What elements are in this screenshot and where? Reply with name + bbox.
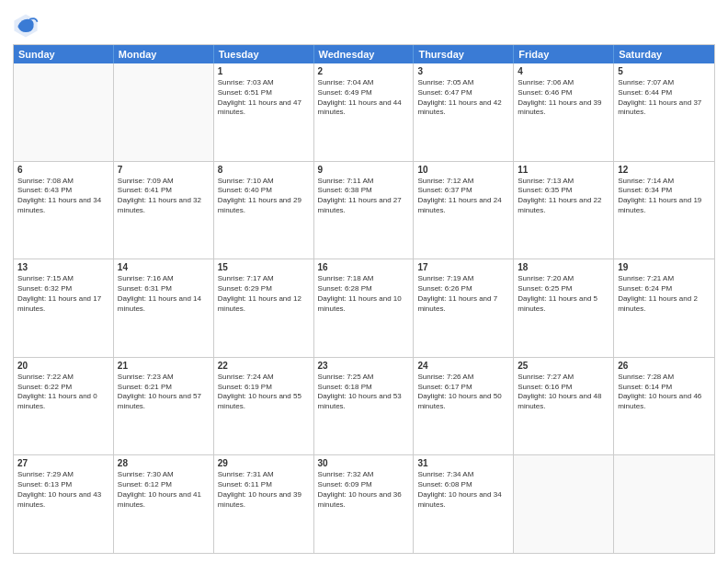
day-number: 21 <box>118 361 210 371</box>
calendar-cell: 18Sunrise: 7:20 AM Sunset: 6:25 PM Dayli… <box>514 259 614 357</box>
cell-info: Sunrise: 7:28 AM Sunset: 6:14 PM Dayligh… <box>618 373 711 412</box>
cell-info: Sunrise: 7:06 AM Sunset: 6:46 PM Dayligh… <box>518 78 609 118</box>
calendar-cell: 30Sunrise: 7:32 AM Sunset: 6:09 PM Dayli… <box>314 455 415 553</box>
day-number: 20 <box>17 361 109 371</box>
cell-info: Sunrise: 7:22 AM Sunset: 6:22 PM Dayligh… <box>17 373 109 412</box>
calendar-header-cell: Friday <box>514 45 614 63</box>
cell-info: Sunrise: 7:12 AM Sunset: 6:37 PM Dayligh… <box>417 177 509 216</box>
calendar-cell: 27Sunrise: 7:29 AM Sunset: 6:13 PM Dayli… <box>14 455 114 553</box>
cell-info: Sunrise: 7:13 AM Sunset: 6:35 PM Dayligh… <box>518 177 609 216</box>
calendar-cell: 26Sunrise: 7:28 AM Sunset: 6:14 PM Dayli… <box>614 358 714 455</box>
day-number: 4 <box>518 66 609 76</box>
cell-info: Sunrise: 7:10 AM Sunset: 6:40 PM Dayligh… <box>218 177 310 216</box>
calendar-cell: 28Sunrise: 7:30 AM Sunset: 6:12 PM Dayli… <box>114 455 214 553</box>
calendar-cell: 23Sunrise: 7:25 AM Sunset: 6:18 PM Dayli… <box>314 358 415 455</box>
cell-info: Sunrise: 7:15 AM Sunset: 6:32 PM Dayligh… <box>17 274 109 314</box>
calendar-row: 13Sunrise: 7:15 AM Sunset: 6:32 PM Dayli… <box>14 259 714 357</box>
calendar-cell: 2Sunrise: 7:04 AM Sunset: 6:49 PM Daylig… <box>314 63 415 161</box>
calendar-cell: 8Sunrise: 7:10 AM Sunset: 6:40 PM Daylig… <box>214 162 314 259</box>
calendar-cell: 12Sunrise: 7:14 AM Sunset: 6:34 PM Dayli… <box>614 162 714 259</box>
cell-info: Sunrise: 7:20 AM Sunset: 6:25 PM Dayligh… <box>518 274 609 314</box>
calendar-cell: 31Sunrise: 7:34 AM Sunset: 6:08 PM Dayli… <box>414 455 514 553</box>
day-number: 10 <box>417 165 509 175</box>
calendar-header-cell: Sunday <box>14 45 114 63</box>
calendar-cell: 17Sunrise: 7:19 AM Sunset: 6:26 PM Dayli… <box>414 259 514 357</box>
day-number: 19 <box>618 262 711 272</box>
day-number: 9 <box>318 165 410 175</box>
cell-info: Sunrise: 7:27 AM Sunset: 6:16 PM Dayligh… <box>518 373 609 412</box>
calendar-header-cell: Saturday <box>614 45 714 63</box>
day-number: 31 <box>417 458 509 468</box>
calendar-cell: 7Sunrise: 7:09 AM Sunset: 6:41 PM Daylig… <box>114 162 214 259</box>
calendar-cell: 5Sunrise: 7:07 AM Sunset: 6:44 PM Daylig… <box>614 63 714 161</box>
calendar-cell: 1Sunrise: 7:03 AM Sunset: 6:51 PM Daylig… <box>214 63 314 161</box>
cell-info: Sunrise: 7:09 AM Sunset: 6:41 PM Dayligh… <box>118 177 210 216</box>
calendar-cell: 6Sunrise: 7:08 AM Sunset: 6:43 PM Daylig… <box>14 162 114 259</box>
day-number: 15 <box>218 262 310 272</box>
day-number: 26 <box>618 361 711 371</box>
day-number: 5 <box>618 66 711 76</box>
calendar-cell: 20Sunrise: 7:22 AM Sunset: 6:22 PM Dayli… <box>14 358 114 455</box>
day-number: 3 <box>417 66 509 76</box>
page: SundayMondayTuesdayWednesdayThursdayFrid… <box>0 0 728 563</box>
cell-info: Sunrise: 7:04 AM Sunset: 6:49 PM Dayligh… <box>318 78 410 118</box>
cell-info: Sunrise: 7:08 AM Sunset: 6:43 PM Dayligh… <box>17 177 109 216</box>
day-number: 7 <box>118 165 210 175</box>
calendar-cell: 13Sunrise: 7:15 AM Sunset: 6:32 PM Dayli… <box>14 259 114 357</box>
day-number: 1 <box>218 66 310 76</box>
calendar-cell-empty <box>14 63 114 161</box>
cell-info: Sunrise: 7:16 AM Sunset: 6:31 PM Dayligh… <box>118 274 210 314</box>
calendar-body: 1Sunrise: 7:03 AM Sunset: 6:51 PM Daylig… <box>14 63 714 553</box>
header <box>13 9 715 39</box>
day-number: 18 <box>518 262 609 272</box>
cell-info: Sunrise: 7:25 AM Sunset: 6:18 PM Dayligh… <box>318 373 410 412</box>
day-number: 28 <box>118 458 210 468</box>
day-number: 6 <box>17 165 109 175</box>
calendar-header: SundayMondayTuesdayWednesdayThursdayFrid… <box>14 45 714 63</box>
calendar-cell: 4Sunrise: 7:06 AM Sunset: 6:46 PM Daylig… <box>514 63 614 161</box>
day-number: 16 <box>318 262 410 272</box>
day-number: 23 <box>318 361 410 371</box>
calendar-row: 1Sunrise: 7:03 AM Sunset: 6:51 PM Daylig… <box>14 63 714 161</box>
calendar-cell: 19Sunrise: 7:21 AM Sunset: 6:24 PM Dayli… <box>614 259 714 357</box>
day-number: 12 <box>618 165 711 175</box>
logo-icon <box>13 13 39 39</box>
day-number: 22 <box>218 361 310 371</box>
day-number: 17 <box>417 262 509 272</box>
day-number: 29 <box>218 458 310 468</box>
cell-info: Sunrise: 7:34 AM Sunset: 6:08 PM Dayligh… <box>417 470 509 510</box>
calendar-cell: 21Sunrise: 7:23 AM Sunset: 6:21 PM Dayli… <box>114 358 214 455</box>
calendar-cell: 29Sunrise: 7:31 AM Sunset: 6:11 PM Dayli… <box>214 455 314 553</box>
calendar-header-cell: Tuesday <box>214 45 314 63</box>
day-number: 2 <box>318 66 410 76</box>
cell-info: Sunrise: 7:31 AM Sunset: 6:11 PM Dayligh… <box>218 470 310 510</box>
cell-info: Sunrise: 7:24 AM Sunset: 6:19 PM Dayligh… <box>218 373 310 412</box>
day-number: 24 <box>417 361 509 371</box>
calendar-cell: 15Sunrise: 7:17 AM Sunset: 6:29 PM Dayli… <box>214 259 314 357</box>
day-number: 25 <box>518 361 609 371</box>
calendar-cell: 24Sunrise: 7:26 AM Sunset: 6:17 PM Dayli… <box>414 358 514 455</box>
calendar-row: 6Sunrise: 7:08 AM Sunset: 6:43 PM Daylig… <box>14 161 714 259</box>
cell-info: Sunrise: 7:03 AM Sunset: 6:51 PM Dayligh… <box>218 78 310 118</box>
calendar-cell: 16Sunrise: 7:18 AM Sunset: 6:28 PM Dayli… <box>314 259 415 357</box>
calendar-cell-empty <box>114 63 214 161</box>
cell-info: Sunrise: 7:23 AM Sunset: 6:21 PM Dayligh… <box>118 373 210 412</box>
calendar-cell: 25Sunrise: 7:27 AM Sunset: 6:16 PM Dayli… <box>514 358 614 455</box>
day-number: 30 <box>318 458 410 468</box>
cell-info: Sunrise: 7:32 AM Sunset: 6:09 PM Dayligh… <box>318 470 410 510</box>
day-number: 13 <box>17 262 109 272</box>
calendar-cell: 3Sunrise: 7:05 AM Sunset: 6:47 PM Daylig… <box>414 63 514 161</box>
calendar-cell: 22Sunrise: 7:24 AM Sunset: 6:19 PM Dayli… <box>214 358 314 455</box>
cell-info: Sunrise: 7:07 AM Sunset: 6:44 PM Dayligh… <box>618 78 711 118</box>
calendar-cell: 9Sunrise: 7:11 AM Sunset: 6:38 PM Daylig… <box>314 162 415 259</box>
calendar-row: 20Sunrise: 7:22 AM Sunset: 6:22 PM Dayli… <box>14 357 714 455</box>
calendar-row: 27Sunrise: 7:29 AM Sunset: 6:13 PM Dayli… <box>14 454 714 553</box>
cell-info: Sunrise: 7:29 AM Sunset: 6:13 PM Dayligh… <box>17 470 109 510</box>
day-number: 14 <box>118 262 210 272</box>
calendar-header-cell: Monday <box>114 45 214 63</box>
calendar-cell-empty <box>514 455 614 553</box>
calendar-header-cell: Wednesday <box>314 45 415 63</box>
calendar-cell: 10Sunrise: 7:12 AM Sunset: 6:37 PM Dayli… <box>414 162 514 259</box>
calendar-cell-empty <box>614 455 714 553</box>
logo <box>13 13 40 39</box>
